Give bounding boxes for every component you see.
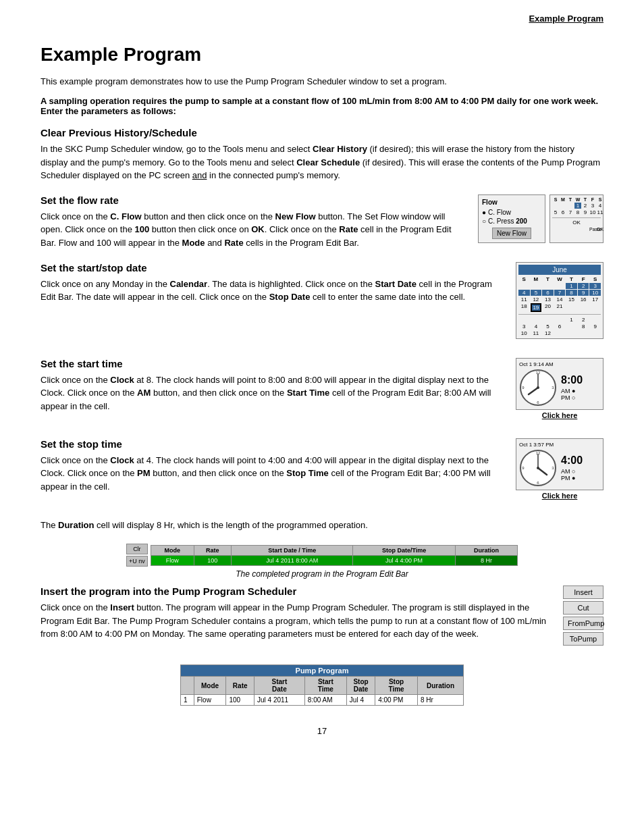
stop-clock-time-display: 4:00 [561,454,583,467]
to-pump-button[interactable]: ToPump [563,632,603,646]
calendar-widget-container: June S M T W T F S 1 2 3 4 [516,262,603,339]
start-clock-time-display: 8:00 [561,374,583,386]
section-insert-program: Insert Cut FromPump ToPump Insert the pr… [41,585,603,652]
col-mode: Mode [151,545,194,555]
section-clear-history-body: In the SKC Pump Scheduler window, go to … [41,142,603,182]
col-duration-header: Duration [417,677,463,695]
row-mode: Flow [151,555,194,565]
start-click-here[interactable]: Click here [516,411,603,419]
pump-program-table: Pump Program Mode Rate StartDate StartTi… [180,664,464,706]
col-stop-date-time: Stop Date/Time [353,545,455,555]
row-start-time-val: 8:00 AM [304,695,346,706]
page-number: 17 [41,726,603,736]
page-container: Example Program Example Program This exa… [0,0,644,834]
plus-u-nv-label: +U nv [126,556,148,567]
col-rate-header: Rate [226,677,254,695]
pump-program-container: Pump Program Mode Rate StartDate StartTi… [180,664,464,706]
row-stop-time-val: 4:00 PM [375,695,418,706]
flow-rate-widget-container: Flow ● C. Flow ○ C. Press 200 New Flow S [478,194,603,243]
clr-button[interactable]: Clr [126,544,148,554]
section-insert-title: Insert the program into the Pump Program… [41,585,603,597]
col-start-time-header: StartTime [304,677,346,695]
edit-bar-caption: The completed program in the Program Edi… [126,569,518,579]
col-start-date-header: StartDate [254,677,305,695]
row-stop-date-val: Jul 4 [346,695,375,706]
page-title: Example Program [41,44,603,66]
stop-click-here[interactable]: Click here [516,492,603,500]
row-rate-val: 100 [226,695,254,706]
col-stop-time-header: StopTime [375,677,418,695]
bold-paragraph: A sampling operation requires the pump t… [41,96,603,116]
new-flow-button[interactable]: New Flow [492,228,531,239]
row-start-date: Jul 4 2011 8:00 AM [232,555,353,565]
duration-text: The Duration cell will display 8 Hr, whi… [41,519,603,532]
row-num: 1 [181,695,194,706]
row-rate: 100 [194,555,232,565]
start-clock-title: Oct 1 9:14 AM [519,361,600,367]
table-row: 1 Flow 100 Jul 4 2011 8:00 AM Jul 4 4:00… [181,695,464,706]
row-stop-date: Jul 4 4:00 PM [353,555,455,565]
section-clear-history: Clear Previous History/Schedule In the S… [41,127,603,182]
col-rate: Rate [194,545,232,555]
col-mode-header: Mode [194,677,226,695]
from-pump-button[interactable]: FromPump [563,617,603,630]
pump-program-title: Pump Program [181,665,464,677]
svg-point-7 [537,386,539,389]
row-start-date-val: Jul 4 2011 [254,695,305,706]
intro-text: This example program demonstrates how to… [41,76,603,86]
row-mode-val: Flow [194,695,226,706]
stop-clock-title: Oct 1 3:57 PM [519,442,600,448]
program-edit-bar-container: Clr +U nv Mode Rate Start Date / Time St… [126,544,518,579]
row-duration-val: 8 Hr [417,695,463,706]
section-start-time: Oct 1 9:14 AM 12 3 6 9 [41,358,603,426]
section-clear-history-title: Clear Previous History/Schedule [41,127,603,138]
col-stop-date-header: StopDate [346,677,375,695]
header-title: Example Program [41,14,603,24]
cut-button[interactable]: Cut [563,601,603,615]
insert-button[interactable]: Insert [563,585,603,599]
row-duration: 8 Hr [455,555,517,565]
start-time-widget-container: Oct 1 9:14 AM 12 3 6 9 [516,358,603,419]
section-start-stop-date: June S M T W T F S 1 2 3 4 [41,262,603,346]
svg-point-15 [537,467,539,469]
section-flow-rate: Flow ● C. Flow ○ C. Press 200 New Flow S [41,194,603,250]
col-num [181,677,194,695]
section-stop-time: Oct 1 3:57 PM 12 3 6 9 [41,438,603,506]
col-start-date-time: Start Date / Time [232,545,353,555]
insert-buttons-container: Insert Cut FromPump ToPump [563,585,603,646]
section-duration: The Duration cell will display 8 Hr, whi… [41,519,603,532]
insert-buttons-group: Insert Cut FromPump ToPump [563,585,603,646]
stop-time-widget-container: Oct 1 3:57 PM 12 3 6 9 [516,438,603,500]
section-insert-body: Click once on the Insert button. The pro… [41,601,603,641]
stop-clock-face: 12 3 6 9 [519,449,557,487]
start-clock-face: 12 3 6 9 [519,369,557,407]
col-duration: Duration [455,545,517,555]
